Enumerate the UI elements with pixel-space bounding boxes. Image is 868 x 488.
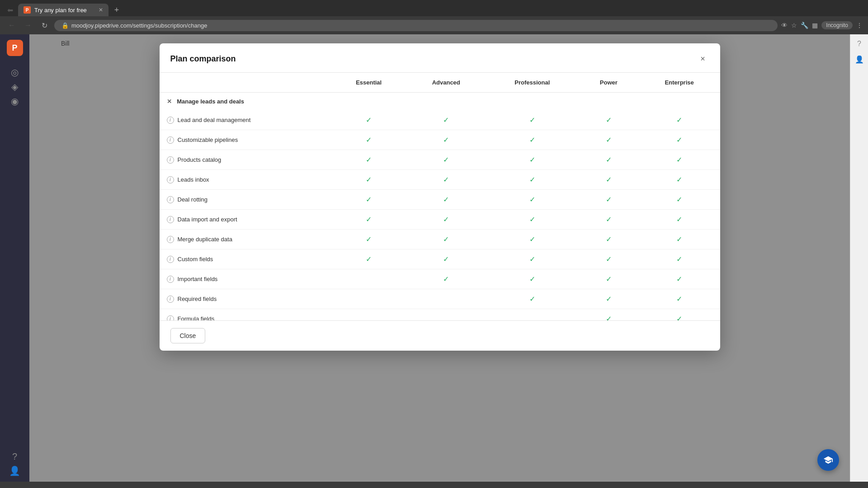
comparison-table-container[interactable]: Essential Advanced Professional Power En… xyxy=(160,73,720,320)
sidebar-icon-1[interactable]: ◎ xyxy=(11,67,19,78)
tab-close-button[interactable]: ✕ xyxy=(99,7,103,13)
essential-cell: ✓ xyxy=(331,190,406,210)
modal-overlay: Plan comparison × Essential Advanced Pro… xyxy=(29,34,850,482)
professional-cell: ✓ xyxy=(486,269,579,289)
info-icon[interactable]: i xyxy=(167,176,174,183)
check-icon: ✓ xyxy=(676,315,682,320)
professional-cell xyxy=(486,309,579,321)
sidebar-icon-3[interactable]: ◉ xyxy=(11,96,19,107)
check-icon: ✓ xyxy=(676,235,682,243)
feature-cell: i Products catalog xyxy=(160,150,331,170)
info-icon[interactable]: i xyxy=(167,216,174,223)
enterprise-column-header: Enterprise xyxy=(639,73,720,93)
essential-cell xyxy=(331,289,406,309)
feature-cell: i Leads inbox xyxy=(160,170,331,190)
advanced-cell: ✓ xyxy=(406,249,486,269)
window-controls[interactable]: ⬅ xyxy=(4,4,16,16)
professional-cell: ✓ xyxy=(486,190,579,210)
page-area: Bill Plan comparison × Essential xyxy=(29,34,850,482)
advanced-cell: ✓ xyxy=(406,269,486,289)
incognito-badge: Incognito xyxy=(821,21,853,29)
info-icon[interactable]: i xyxy=(167,117,174,124)
power-cell: ✓ xyxy=(579,170,639,190)
enterprise-cell: ✓ xyxy=(639,269,720,289)
info-icon[interactable]: i xyxy=(167,236,174,243)
advanced-cell: ✓ xyxy=(406,130,486,150)
advanced-column-header: Advanced xyxy=(406,73,486,93)
feature-name-text: Deal rotting xyxy=(178,196,208,203)
info-icon[interactable]: i xyxy=(167,156,174,164)
essential-cell: ✓ xyxy=(331,150,406,170)
sidebar-help-icon[interactable]: ? xyxy=(12,451,17,462)
url-input[interactable]: 🔒 moodjoy.pipedrive.com/settings/subscri… xyxy=(54,20,778,31)
advanced-cell xyxy=(406,289,486,309)
sidebar-icon-2[interactable]: ◈ xyxy=(11,81,18,92)
check-icon: ✓ xyxy=(676,176,682,183)
extensions-icon[interactable]: 🔧 xyxy=(801,22,808,29)
right-panel-user-icon[interactable]: 👤 xyxy=(855,55,864,64)
check-icon: ✓ xyxy=(529,235,535,243)
table-row: i Important fields ✓✓✓✓ xyxy=(160,269,720,289)
modal-header: Plan comparison × xyxy=(160,43,720,73)
new-tab-button[interactable]: + xyxy=(110,4,123,16)
help-fab-button[interactable] xyxy=(817,449,839,471)
check-icon: ✓ xyxy=(676,116,682,124)
feature-cell: i Merge duplicate data xyxy=(160,230,331,249)
section-label: Manage leads and deals xyxy=(177,98,244,105)
table-row: i Required fields ✓✓✓ xyxy=(160,289,720,309)
power-cell: ✓ xyxy=(579,289,639,309)
check-icon: ✓ xyxy=(366,255,372,263)
feature-name-text: Merge duplicate data xyxy=(178,236,232,243)
address-bar: ← → ↻ 🔒 moodjoy.pipedrive.com/settings/s… xyxy=(0,16,868,34)
check-icon: ✓ xyxy=(606,136,612,144)
check-icon: ✓ xyxy=(529,156,535,164)
active-tab[interactable]: P Try any plan for free ✕ xyxy=(18,4,108,16)
sidebar-user-icon[interactable]: 👤 xyxy=(9,465,20,476)
plan-comparison-modal: Plan comparison × Essential Advanced Pro… xyxy=(160,43,720,351)
modal-title: Plan comparison xyxy=(170,54,236,64)
reload-button[interactable]: ↻ xyxy=(38,19,51,32)
footer-close-button[interactable]: Close xyxy=(170,328,206,343)
right-panel-help-icon[interactable]: ? xyxy=(857,40,861,48)
browser-chrome: ⬅ P Try any plan for free ✕ + ← → ↻ 🔒 mo… xyxy=(0,0,868,34)
forward-button[interactable]: → xyxy=(22,19,34,32)
info-icon[interactable]: i xyxy=(167,256,174,263)
essential-cell xyxy=(331,309,406,321)
power-cell: ✓ xyxy=(579,190,639,210)
info-icon[interactable]: i xyxy=(167,196,174,203)
advanced-cell: ✓ xyxy=(406,110,486,130)
check-icon: ✓ xyxy=(366,136,372,144)
info-icon[interactable]: i xyxy=(167,136,174,144)
sidebar: P ◎ ◈ ◉ ? 👤 xyxy=(0,34,29,482)
graduation-icon xyxy=(823,455,833,465)
professional-cell: ✓ xyxy=(486,230,579,249)
section-header-row: ✕ Manage leads and deals xyxy=(160,93,720,111)
check-icon: ✓ xyxy=(443,156,449,164)
advanced-cell: ✓ xyxy=(406,230,486,249)
back-button[interactable]: ← xyxy=(5,19,18,32)
info-icon[interactable]: i xyxy=(167,296,174,303)
check-icon: ✓ xyxy=(529,136,535,144)
check-icon: ✓ xyxy=(366,156,372,164)
professional-cell: ✓ xyxy=(486,150,579,170)
modal-close-button[interactable]: × xyxy=(697,52,709,65)
info-icon[interactable]: i xyxy=(167,315,174,321)
check-icon: ✓ xyxy=(606,235,612,243)
sidebar-icon[interactable]: ▦ xyxy=(812,22,818,29)
info-icon[interactable]: i xyxy=(167,276,174,283)
feature-name-text: Important fields xyxy=(178,276,218,282)
tab-bar: ⬅ P Try any plan for free ✕ + xyxy=(0,0,868,16)
table-row: i Leads inbox ✓✓✓✓✓ xyxy=(160,170,720,190)
enterprise-cell: ✓ xyxy=(639,249,720,269)
advanced-cell xyxy=(406,309,486,321)
modal-footer: Close xyxy=(160,320,720,351)
professional-cell: ✓ xyxy=(486,210,579,230)
feature-name-text: Formula fields xyxy=(178,315,215,320)
check-icon: ✓ xyxy=(606,255,612,263)
check-icon: ✓ xyxy=(443,176,449,183)
feature-cell: i Important fields xyxy=(160,269,331,289)
section-collapse-icon[interactable]: ✕ xyxy=(167,98,172,105)
bookmark-icon[interactable]: ☆ xyxy=(791,22,797,29)
menu-icon[interactable]: ⋮ xyxy=(856,22,863,29)
table-row: i Merge duplicate data ✓✓✓✓✓ xyxy=(160,230,720,249)
